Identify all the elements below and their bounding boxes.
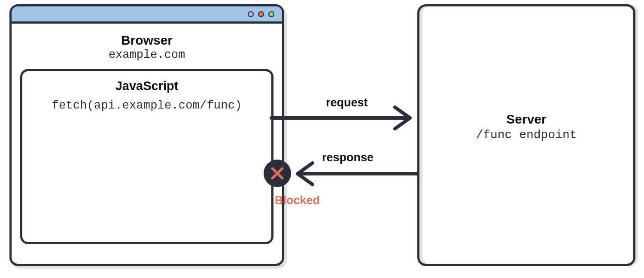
blocked-badge [264, 160, 291, 187]
server-box: Server /func endpoint [417, 4, 635, 266]
response-arrow-icon [298, 163, 416, 184]
server-title: Server [506, 112, 546, 127]
request-arrow-icon [271, 107, 410, 129]
browser-domain: example.com [20, 48, 273, 61]
browser-titlebar [12, 6, 282, 24]
browser-body: Browser example.com JavaScript fetch(api… [12, 24, 282, 253]
traffic-light-minimize-icon [248, 11, 254, 17]
response-arrow-label: response [322, 151, 374, 164]
browser-title: Browser [20, 33, 273, 48]
javascript-title: JavaScript [28, 79, 265, 93]
traffic-light-zoom-icon [268, 11, 274, 17]
traffic-light-close-icon [258, 11, 264, 17]
javascript-panel: JavaScript fetch(api.example.com/func) [20, 69, 273, 244]
fetch-call-code: fetch(api.example.com/func) [28, 99, 265, 112]
browser-window: Browser example.com JavaScript fetch(api… [9, 4, 284, 266]
request-arrow-label: request [326, 96, 368, 109]
server-endpoint: /func endpoint [476, 128, 577, 142]
blocked-label: Blocked [275, 194, 320, 207]
x-icon [270, 166, 285, 181]
